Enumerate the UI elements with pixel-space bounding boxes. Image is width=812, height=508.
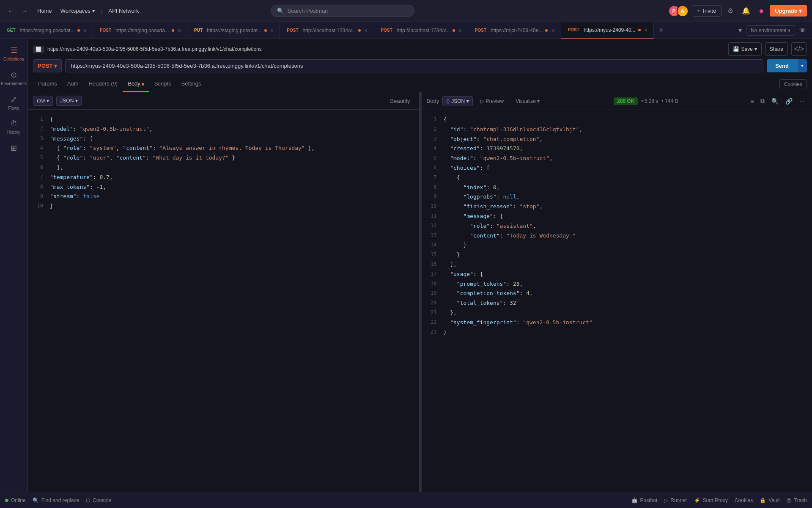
sidebar-collections-label: Collections [3,57,24,62]
editor-type-select[interactable]: raw ▾ [33,96,53,106]
cookies-status-item[interactable]: Cookies [735,497,753,503]
tab-label: https://myus-2409-40... [584,27,636,33]
postbot-item[interactable]: 🤖 Postbot [631,497,658,503]
tab-dot [264,29,267,32]
resp-line-18: 18 "prompt_tokens": 28, [422,279,812,289]
console-label: Console [93,497,111,503]
code-line-5: 5 { "role": "user", "content": "What day… [28,153,419,163]
avatar-2[interactable]: A [677,5,689,17]
wrap-icon-button[interactable]: ≡ [748,96,756,106]
save-icon: 💾 [733,46,739,52]
history-icon: ⏱ [10,119,18,128]
sidebar-item-collections[interactable]: ☰ Collections [3,42,25,65]
sidebar-item-environments[interactable]: ⊙ Environments [3,67,25,90]
tab-params[interactable]: Params [33,76,62,92]
sidebar-item-history[interactable]: ⏱ History [3,116,25,138]
settings-icon-button[interactable]: ⚙ [725,4,736,17]
tab-settings[interactable]: Settings [176,76,206,92]
back-button[interactable]: ← [5,6,17,17]
search-response-button[interactable]: 🔍 [769,96,781,106]
forward-button[interactable]: → [19,6,30,17]
find-replace-item[interactable]: 🔍 Find and replace [33,497,79,503]
plus-icon: + [697,8,701,14]
tab-headers[interactable]: Headers (9) [84,76,123,92]
beautify-button[interactable]: Beautify [387,96,414,106]
response-editor: 1 { 2 "id": "chatcmpl-336dlnlxoc436clqtx… [422,110,812,492]
editor-toolbar: raw ▾ JSON ▾ Beautify [28,92,419,110]
sidebar-item-api-grid[interactable]: ⊞ [3,140,25,156]
tab-5[interactable]: POST http://localhost:1234/v... × [374,22,468,39]
close-icon[interactable]: × [363,27,368,34]
send-button[interactable]: Send [767,59,797,72]
json-format-select[interactable]: JSON ▾ [56,96,82,106]
resp-line-6: 6 "choices": [ [422,163,812,173]
tab-auth[interactable]: Auth [62,76,84,92]
resp-line-14: 14 } [422,240,812,250]
resp-line-17: 17 "usage": { [422,270,812,279]
find-replace-label: Find and replace [41,497,79,503]
upgrade-button[interactable]: Upgrade ▾ [770,5,807,17]
status-bar-right: 🤖 Postbot ▷ Runner ⚡ Start Proxy Cookies… [631,497,807,503]
tab-6[interactable]: POST https://rnjct-2409-40e... × [468,22,561,39]
save-button[interactable]: 💾 Save ▾ [728,42,761,56]
tab-body[interactable]: Body [123,76,149,92]
environment-action-button[interactable]: 👁 [797,24,809,37]
send-btn-group: Send ▾ [767,59,807,72]
visualize-tab[interactable]: Visualize ▾ [511,97,544,106]
tab-4[interactable]: POST http://localhost:1234/v... × [280,22,374,39]
cookies-button[interactable]: Cookies [779,79,807,89]
user-avatar-button[interactable]: ● [756,3,766,18]
api-network-link[interactable]: API Network [105,6,142,16]
send-dropdown-button[interactable]: ▾ [797,59,807,72]
online-status[interactable]: Online [5,497,26,503]
vault-item[interactable]: 🔒 Vault [760,497,779,503]
preview-tab[interactable]: ▷ Preview [476,97,508,106]
trash-item[interactable]: 🗑 Trash [787,497,807,503]
tab-2[interactable]: POST https://staging.posxda... × [93,22,187,39]
no-environment-button[interactable]: No environment ▾ [746,25,795,36]
tab-dot [638,29,641,31]
invite-button[interactable]: + Invite [692,5,722,17]
close-icon[interactable]: × [550,27,555,34]
proxy-icon: ⚡ [694,497,700,503]
tab-3[interactable]: PUT https://staging.posxdat... × [187,22,280,39]
close-icon[interactable]: × [643,27,648,33]
console-item[interactable]: ⬡ Console [86,497,111,503]
close-icon[interactable]: × [82,27,88,34]
notifications-icon-button[interactable]: 🔔 [739,4,753,17]
link-icon-button[interactable]: 🔗 [783,96,795,106]
postbot-icon: 🤖 [631,497,638,503]
sidebar-item-flows[interactable]: ⤢ Flows [3,91,25,114]
close-icon[interactable]: × [177,27,182,34]
workspaces-link[interactable]: Workspaces ▾ [57,6,99,16]
runner-item[interactable]: ▷ Runner [664,497,687,503]
code-view-button[interactable]: </> [791,42,807,56]
search-bar[interactable]: 🔍 Search Postman [271,5,414,17]
url-bar-actions: 💾 Save ▾ Share </> [728,42,807,56]
tab-dot [358,29,361,32]
chevron-down-icon: ▾ [92,8,95,14]
tabs-overflow-button[interactable]: ▾ [736,24,744,37]
nav-links: Home Workspaces ▾ | API Network [34,6,143,16]
copy-icon-button[interactable]: ⧉ [758,96,767,106]
tab-1[interactable]: GET https://staging.posxdat... × [0,22,93,39]
share-button[interactable]: Share [765,42,788,56]
tab-7-active[interactable]: POST https://myus-2409-40... × [561,22,654,39]
code-line-7: 7 "temperature": 0.7, [28,173,419,182]
method-select[interactable]: POST ▾ [33,59,62,72]
tab-scripts[interactable]: Scripts [149,76,176,92]
tab-dot [453,29,455,32]
tab-label: https://staging.posxdat... [207,28,262,33]
more-options-button[interactable]: ··· [797,96,807,106]
home-link[interactable]: Home [34,6,55,16]
close-icon[interactable]: × [458,27,463,34]
start-proxy-item[interactable]: ⚡ Start Proxy [694,497,728,503]
code-editor[interactable]: 1 { 2 "model": "qwen2-0.5b-instruct", 3 … [28,110,419,492]
sidebar-history-label: History [7,130,20,135]
close-icon[interactable]: × [269,27,274,34]
url-input[interactable] [65,59,763,72]
resp-line-2: 2 "id": "chatcmpl-336dlnlxoc436clqtxlhjt… [422,125,812,135]
response-format-select[interactable]: {} JSON ▾ [442,96,473,106]
add-tab-button[interactable]: + [654,26,669,35]
response-toolbar: Body {} JSON ▾ ▷ Preview Visualize [422,92,812,110]
